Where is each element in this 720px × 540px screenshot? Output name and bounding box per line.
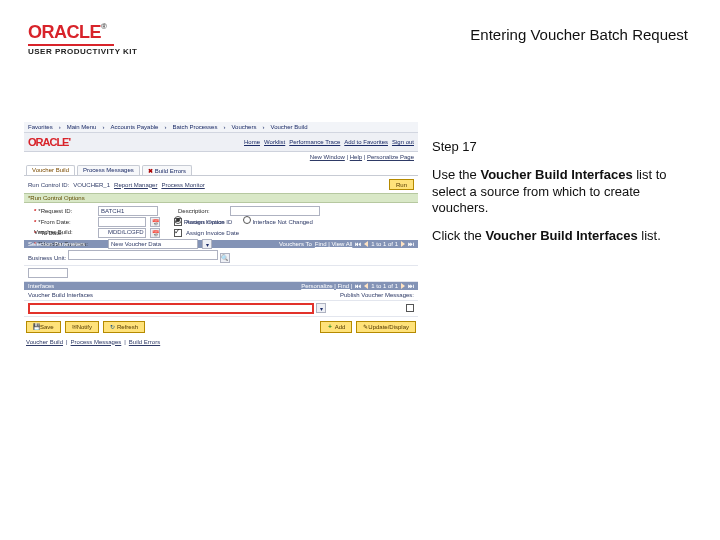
menubar-item[interactable]: Favorites (28, 124, 53, 130)
menubar-item[interactable]: Vouchers (231, 124, 256, 130)
logo-rule (28, 44, 114, 46)
brand-logo-block: ORACLE® USER PRODUCTIVITY KIT (28, 22, 137, 56)
link-home[interactable]: Home (244, 139, 260, 145)
voucher-build-interfaces-label: Voucher Build Interfaces (28, 292, 93, 298)
link-help[interactable]: Help (350, 154, 362, 160)
assign-invoice-date-checkbox[interactable] (174, 229, 182, 237)
pager-last-icon[interactable]: ⏭ (408, 283, 414, 289)
pager-first-icon[interactable]: ⏮ (355, 283, 361, 289)
link-worklist[interactable]: Worklist (264, 139, 285, 145)
link-report-manager[interactable]: Report Manager (114, 182, 157, 188)
assign-invoice-date-label: Assign Invoice Date (186, 230, 239, 236)
save-button[interactable]: 💾 Save (26, 321, 61, 333)
pager-next-icon[interactable] (401, 283, 405, 289)
from-date-input[interactable] (98, 217, 146, 227)
link-perf-trace[interactable]: Performance Trace (289, 139, 340, 145)
sp-input[interactable] (28, 268, 68, 278)
pager-prev-icon[interactable] (364, 241, 368, 247)
request-id-label: **Request ID: (34, 208, 94, 214)
tab-voucher-build[interactable]: Voucher Build (26, 165, 75, 175)
menubar: Favorites› Main Menu› Accounts Payable› … (24, 122, 418, 133)
pager-vouchers: Vouchers To Find | View All ⏮ 1 to 1 of … (279, 241, 414, 247)
run-control-row: Run Control ID: VOUCHER_1 Report Manager… (24, 176, 418, 193)
link-add-fav[interactable]: Add to Favorites (344, 139, 388, 145)
error-icon: ✖ (148, 168, 153, 174)
business-unit-label: Business Unit: (28, 255, 66, 261)
pager-interfaces: Personalize | Find | ⏮ 1 to 1 of 1 ⏭ (301, 283, 414, 289)
section-run-control-options: *Run Control Options (24, 193, 418, 203)
update-display-button[interactable]: ✎ Update/Display (356, 321, 416, 333)
lookup-icon[interactable]: 🔍 (220, 253, 230, 263)
request-id-input[interactable]: BATCH1 (98, 206, 158, 216)
doc-title: Entering Voucher Batch Request (470, 26, 688, 43)
upk-label: USER PRODUCTIVITY KIT (28, 47, 137, 56)
instruction-paragraph-2: Click the Voucher Build Interfaces list. (432, 228, 688, 244)
link-new-window[interactable]: New Window (310, 154, 345, 160)
publish-msgs-label: Publish Voucher Messages: (340, 292, 414, 298)
subnav: New Window | Help | Personalize Page (24, 152, 418, 162)
top-links: Home Worklist Performance Trace Add to F… (244, 139, 414, 145)
run-control-value: VOUCHER_1 (73, 182, 110, 188)
step-label: Step 17 (432, 139, 688, 155)
pager-prev-icon[interactable] (364, 283, 368, 289)
notify-button[interactable]: ✉ Notify (65, 321, 99, 333)
pager-first-icon[interactable]: ⏮ (355, 241, 361, 247)
crumb-voucher-build[interactable]: Voucher Build (26, 339, 63, 345)
oracle-logo: ORACLE® (28, 22, 137, 43)
run-button[interactable]: Run (389, 179, 414, 190)
link-signout[interactable]: Sign out (392, 139, 414, 145)
instruction-panel: Step 17 Use the Voucher Build Interfaces… (432, 139, 688, 256)
crumb-process-messages[interactable]: Process Messages (71, 339, 122, 345)
publish-msgs-checkbox[interactable] (406, 304, 414, 312)
voucher-build-label: Voucher Build: (34, 229, 104, 235)
section-interfaces: Interfaces Personalize | Find | ⏮ 1 to 1… (24, 282, 418, 290)
pager-last-icon[interactable]: ⏭ (408, 241, 414, 247)
radio-interface-not-changed[interactable]: Interface Not Changed (243, 216, 313, 225)
menubar-item[interactable]: Batch Processes (172, 124, 217, 130)
screenshot-mock: Favorites› Main Menu› Accounts Payable› … (24, 122, 418, 372)
voucher-sources-select[interactable]: New Voucher Data (108, 239, 198, 249)
bottom-breadcrumb: Voucher Build | Process Messages | Build… (24, 337, 418, 347)
calendar-icon[interactable]: 📅 (150, 217, 160, 227)
voucher-build-interfaces-row: Voucher Build Interfaces Publish Voucher… (24, 290, 418, 301)
from-date-label: **From Date: (34, 219, 94, 225)
description-input[interactable] (230, 206, 320, 216)
instruction-paragraph-1: Use the Voucher Build Interfaces list to… (432, 167, 688, 216)
mini-oracle-logo: ORACLE' (28, 136, 70, 148)
menubar-item[interactable]: Accounts Payable (110, 124, 158, 130)
menubar-item[interactable]: Main Menu (67, 124, 97, 130)
table-row: Business Unit: 🔍 (24, 248, 418, 266)
calendar-icon[interactable]: 📅 (150, 228, 160, 238)
tab-build-errors[interactable]: ✖Build Errors (142, 165, 192, 175)
refresh-button[interactable]: ↻Refresh (103, 321, 145, 333)
link-process-monitor[interactable]: Process Monitor (161, 182, 204, 188)
business-unit-input[interactable] (68, 250, 218, 260)
section-selection-parameters: Selection Parameters Vouchers To Find | … (24, 240, 418, 248)
add-button[interactable]: ＋Add (320, 321, 353, 333)
chevron-down-icon[interactable]: ▾ (316, 303, 326, 313)
table-row (24, 266, 418, 282)
run-control-label: Run Control ID: (28, 182, 69, 188)
voucher-build-interfaces-input-row: ▾ (24, 301, 418, 317)
menubar-item[interactable]: Voucher Build (270, 124, 307, 130)
crumb-build-errors[interactable]: Build Errors (129, 339, 160, 345)
voucher-build-interfaces-select-highlight[interactable] (28, 303, 314, 314)
run-control-form: **Request ID: BATCH1 Description: **From… (24, 203, 418, 240)
page-tabs: Voucher Build Process Messages ✖Build Er… (24, 162, 418, 176)
pager-next-icon[interactable] (401, 241, 405, 247)
brand-row: ORACLE' Home Worklist Performance Trace … (24, 133, 418, 152)
description-label: Description: (178, 208, 226, 214)
tab-process-messages[interactable]: Process Messages (77, 165, 140, 175)
bottom-buttons: 💾 Save ✉ Notify ↻Refresh ＋Add ✎ Update/D… (24, 317, 418, 337)
link-personalize[interactable]: Personalize Page (367, 154, 414, 160)
voucher-build-value: MDD/LCGFD (108, 229, 144, 235)
chevron-down-icon[interactable]: ▾ (202, 239, 212, 249)
